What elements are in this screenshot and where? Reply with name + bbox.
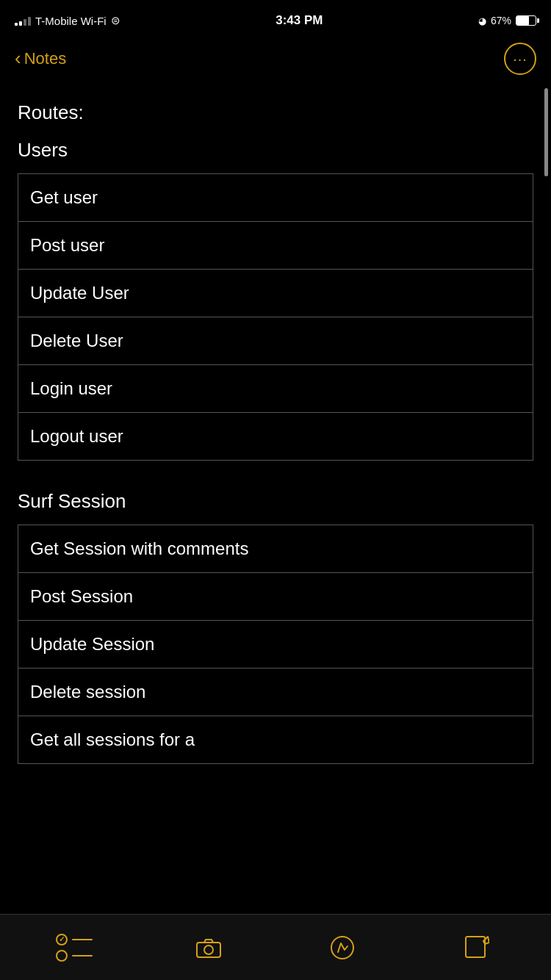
back-button[interactable]: ‹ Notes (15, 49, 66, 68)
svg-rect-3 (466, 937, 485, 957)
checklist-button[interactable] (52, 926, 96, 970)
check-circle-2 (56, 950, 68, 962)
table-row: Get all sessions for a (18, 716, 533, 763)
more-icon: ··· (513, 51, 527, 68)
more-button[interactable]: ··· (504, 43, 536, 75)
routes-heading: Routes: (18, 101, 533, 124)
table-row: Get Session with comments (18, 525, 533, 573)
svg-point-1 (204, 945, 213, 954)
camera-icon (195, 937, 222, 959)
table-row: Login user (18, 365, 533, 413)
status-left: T-Mobile Wi-Fi ⊜ (15, 14, 120, 27)
surf-session-table: Get Session with comments Post Session U… (18, 525, 533, 764)
table-row: Post Session (18, 573, 533, 621)
lock-icon: ◕ (478, 15, 486, 26)
table-row: Update User (18, 270, 533, 317)
svg-point-2 (331, 937, 353, 959)
table-row: Get user (18, 174, 533, 222)
sketch-icon (330, 935, 355, 960)
users-heading: Users (18, 139, 533, 162)
back-label: Notes (24, 49, 66, 68)
table-row: Delete session (18, 669, 533, 716)
nav-bar: ‹ Notes ··· (0, 37, 551, 87)
scrollbar[interactable] (544, 88, 548, 176)
signal-icon (15, 15, 31, 26)
check-circle-1 (56, 934, 68, 945)
battery-percent: 67% (491, 15, 511, 26)
table-row: Delete User (18, 317, 533, 365)
users-table: Get user Post user Update User Delete Us… (18, 173, 533, 461)
check-line-2 (72, 955, 93, 956)
battery-icon (516, 15, 536, 26)
surf-session-heading: Surf Session (18, 490, 533, 513)
table-row: Update Session (18, 621, 533, 669)
wifi-icon: ⊜ (111, 14, 120, 27)
back-chevron-icon: ‹ (15, 48, 21, 68)
status-time: 3:43 PM (276, 13, 323, 28)
status-right: ◕ 67% (478, 15, 536, 26)
main-content: Routes: Users Get user Post user Update … (0, 87, 551, 764)
compose-button[interactable] (455, 926, 499, 970)
camera-button[interactable] (187, 926, 231, 970)
sketch-button[interactable] (320, 926, 364, 970)
check-line-1 (72, 939, 93, 940)
compose-icon (464, 935, 489, 960)
status-bar: T-Mobile Wi-Fi ⊜ 3:43 PM ◕ 67% (0, 0, 551, 37)
table-row: Post user (18, 222, 533, 270)
checklist-icon (56, 934, 93, 962)
table-row: Logout user (18, 413, 533, 460)
bottom-toolbar (0, 914, 551, 980)
carrier-text: T-Mobile Wi-Fi (35, 15, 107, 27)
